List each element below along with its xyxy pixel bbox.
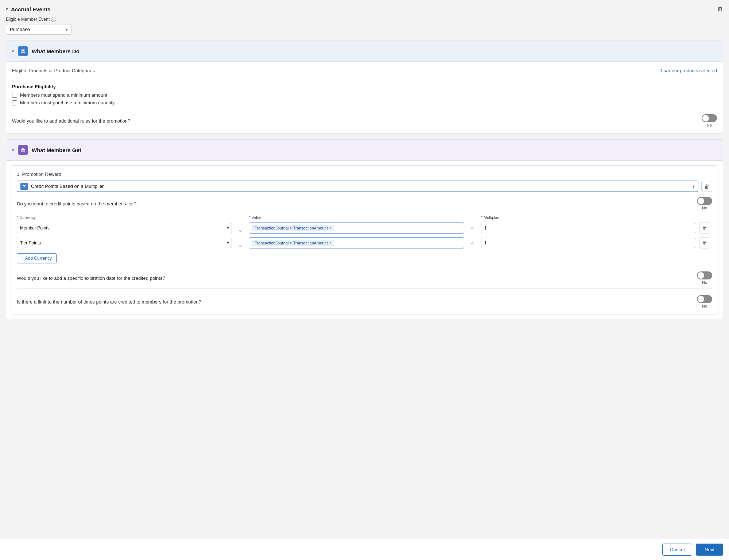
tier-question-label: Do you want to credit points based on th… — [17, 201, 136, 206]
what-members-do-title: What Members Do — [32, 48, 80, 54]
x-symbol-mid-1: × — [467, 225, 478, 231]
what-members-get-chevron-icon[interactable]: ▾ — [12, 148, 14, 152]
tier-status: No — [702, 206, 707, 210]
multiplier-input-1[interactable] — [481, 223, 696, 233]
row-1-delete-icon[interactable]: 🗑 — [699, 223, 710, 233]
footer: Cancel Next — [0, 539, 729, 560]
additional-rules-status: No — [707, 123, 712, 127]
value-tag-1-close-icon[interactable]: × — [329, 226, 331, 230]
add-currency-button[interactable]: + Add Currency — [17, 253, 57, 263]
what-members-get-section: ▾ What Members Get 1. Promotion Reward f… — [6, 139, 723, 319]
reward-card: 1. Promotion Reward fx Credit Points Bas… — [11, 165, 718, 314]
cancel-button[interactable]: Cancel — [662, 544, 692, 556]
eligible-products-label: Eligible Products or Product Categories — [12, 68, 95, 73]
accrual-title: Accrual Events — [11, 6, 50, 12]
minimum-quantity-label: Members must purchase a minimum quantity — [20, 100, 115, 105]
reward-number: 1. Promotion Reward — [17, 171, 712, 177]
what-members-do-chevron-icon[interactable]: ▾ — [12, 49, 14, 54]
value-tag-2-close-icon[interactable]: × — [329, 241, 331, 245]
reward-fx-icon: fx — [20, 183, 28, 190]
minimum-spend-label: Members must spend a minimum amount — [20, 92, 107, 98]
accrual-chevron-icon[interactable]: ▾ — [6, 7, 8, 12]
eligible-member-event-select[interactable]: Purchase Return Custom — [6, 24, 71, 35]
purchase-eligibility-title: Purchase Eligibility — [12, 84, 717, 89]
what-members-do-icon — [18, 46, 28, 56]
what-members-get-header[interactable]: ▾ What Members Get — [6, 140, 723, 161]
expiration-label: Would you like to add a specific expirat… — [17, 275, 165, 281]
accrual-delete-icon[interactable]: 🗑 — [717, 6, 723, 12]
additional-rules-toggle[interactable] — [702, 114, 717, 122]
expiration-toggle[interactable] — [697, 271, 712, 279]
eligible-member-event-label: Eligible Member Event — [6, 17, 50, 22]
currency-row-2: Tier Points Member Points ▾ × Transactio… — [17, 237, 712, 249]
multiplier-input-2[interactable] — [481, 238, 696, 248]
next-button[interactable]: Next — [696, 544, 723, 556]
value-tag-1: TransactionJournal > TransactionAmount × — [252, 225, 334, 231]
value-tag-2: TransactionJournal > TransactionAmount × — [252, 240, 334, 246]
what-members-get-icon — [18, 145, 28, 155]
tier-toggle[interactable] — [697, 197, 712, 205]
value-header-label: * Value — [249, 215, 464, 220]
currency-select-2[interactable]: Tier Points Member Points — [17, 238, 232, 248]
reward-select-wrapper: fx Credit Points Based on a Multiplier ▾ — [17, 181, 698, 192]
currency-select-1[interactable]: Member Points Tier Points — [17, 223, 232, 233]
minimum-spend-checkbox[interactable] — [12, 93, 17, 98]
multiplier-header-label: * Multiplier — [481, 215, 696, 220]
limit-toggle[interactable] — [697, 295, 712, 303]
row-2-delete-icon[interactable]: 🗑 — [699, 237, 710, 248]
reward-type-select[interactable]: Credit Points Based on a Multiplier — [17, 181, 698, 192]
value-tag-input-2[interactable]: TransactionJournal > TransactionAmount × — [249, 237, 464, 248]
what-members-do-header[interactable]: ▾ What Members Do — [6, 41, 723, 62]
expiration-status: No — [702, 280, 707, 285]
svg-rect-3 — [21, 149, 25, 150]
currency-header-label: * Currency — [17, 215, 232, 220]
limit-status: No — [702, 304, 707, 308]
reward-delete-icon[interactable]: 🗑 — [701, 181, 712, 192]
x-symbol-1: × — [235, 222, 246, 234]
eligible-info-icon[interactable]: i — [51, 17, 56, 22]
svg-point-1 — [22, 50, 24, 51]
minimum-quantity-checkbox[interactable] — [12, 100, 17, 105]
limit-label: Is there a limit to the number of times … — [17, 299, 201, 305]
partner-products-link[interactable]: 0 partner products selected — [659, 68, 717, 73]
value-tag-input-1[interactable]: TransactionJournal > TransactionAmount × — [249, 223, 464, 233]
x-symbol-mid-2: × — [467, 240, 478, 246]
additional-rules-label: Would you like to add additional rules f… — [12, 118, 130, 124]
x-symbol-2: × — [235, 237, 246, 249]
what-members-do-section: ▾ What Members Do Eligible Products or P… — [6, 40, 723, 134]
currency-row-1: Member Points Tier Points ▾ × Transactio… — [17, 222, 712, 234]
what-members-get-title: What Members Get — [32, 147, 81, 153]
